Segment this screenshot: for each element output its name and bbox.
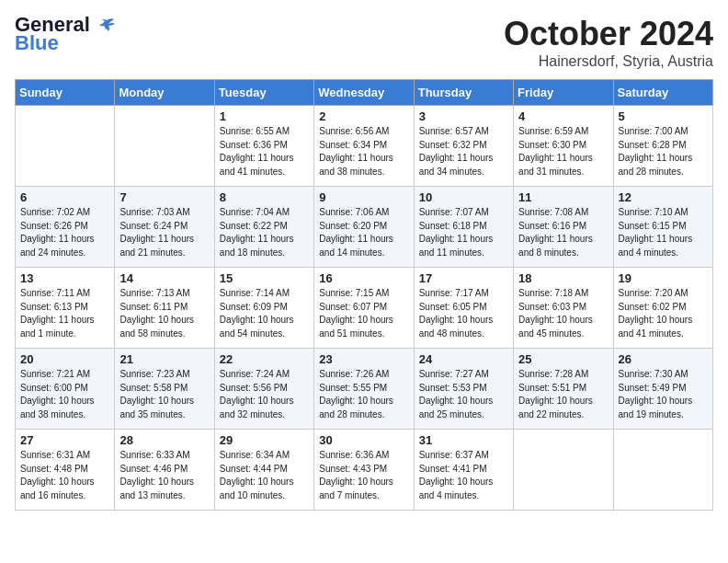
page-header: General Blue October 2024 Hainersdorf, S… <box>15 15 713 70</box>
day-number: 25 <box>518 352 608 366</box>
calendar-cell: 29Sunrise: 6:34 AMSunset: 4:44 PMDayligh… <box>214 430 313 511</box>
day-info: Sunrise: 7:30 AMSunset: 5:49 PMDaylight:… <box>619 368 708 421</box>
day-info: Sunrise: 6:36 AMSunset: 4:43 PMDaylight:… <box>319 449 408 502</box>
logo: General Blue <box>15 15 116 55</box>
calendar-cell: 11Sunrise: 7:08 AMSunset: 6:16 PMDayligh… <box>514 187 613 268</box>
day-info: Sunrise: 7:03 AMSunset: 6:24 PMDaylight:… <box>119 206 209 259</box>
day-number: 2 <box>319 109 408 123</box>
calendar-cell: 7Sunrise: 7:03 AMSunset: 6:24 PMDaylight… <box>115 187 214 268</box>
calendar-cell: 21Sunrise: 7:23 AMSunset: 5:58 PMDayligh… <box>115 349 214 430</box>
day-info: Sunrise: 6:33 AMSunset: 4:46 PMDaylight:… <box>119 449 209 502</box>
calendar-cell: 13Sunrise: 7:11 AMSunset: 6:13 PMDayligh… <box>16 268 115 349</box>
day-number: 5 <box>619 109 708 123</box>
day-info: Sunrise: 7:28 AMSunset: 5:51 PMDaylight:… <box>518 368 608 421</box>
day-number: 30 <box>319 433 408 447</box>
day-info: Sunrise: 6:34 AMSunset: 4:44 PMDaylight:… <box>220 449 309 502</box>
day-info: Sunrise: 7:13 AMSunset: 6:11 PMDaylight:… <box>119 287 209 340</box>
calendar-cell: 4Sunrise: 6:59 AMSunset: 6:30 PMDaylight… <box>514 106 613 187</box>
day-number: 24 <box>419 352 508 366</box>
calendar-cell: 16Sunrise: 7:15 AMSunset: 6:07 PMDayligh… <box>314 268 414 349</box>
day-number: 27 <box>20 433 109 447</box>
day-number: 10 <box>419 190 508 204</box>
calendar-cell: 19Sunrise: 7:20 AMSunset: 6:02 PMDayligh… <box>613 268 712 349</box>
day-info: Sunrise: 7:18 AMSunset: 6:03 PMDaylight:… <box>518 287 608 340</box>
calendar-cell: 3Sunrise: 6:57 AMSunset: 6:32 PMDaylight… <box>414 106 513 187</box>
calendar-cell: 22Sunrise: 7:24 AMSunset: 5:56 PMDayligh… <box>214 349 313 430</box>
day-info: Sunrise: 6:56 AMSunset: 6:34 PMDaylight:… <box>319 125 408 178</box>
day-number: 13 <box>20 271 109 285</box>
day-info: Sunrise: 7:06 AMSunset: 6:20 PMDaylight:… <box>319 206 408 259</box>
day-info: Sunrise: 6:55 AMSunset: 6:36 PMDaylight:… <box>220 125 309 178</box>
day-number: 26 <box>619 352 708 366</box>
day-info: Sunrise: 7:23 AMSunset: 5:58 PMDaylight:… <box>119 368 209 421</box>
day-number: 23 <box>319 352 408 366</box>
calendar-cell: 26Sunrise: 7:30 AMSunset: 5:49 PMDayligh… <box>613 349 712 430</box>
calendar-cell: 14Sunrise: 7:13 AMSunset: 6:11 PMDayligh… <box>115 268 214 349</box>
day-info: Sunrise: 7:24 AMSunset: 5:56 PMDaylight:… <box>220 368 309 421</box>
day-number: 28 <box>119 433 209 447</box>
calendar-cell: 27Sunrise: 6:31 AMSunset: 4:48 PMDayligh… <box>16 430 115 511</box>
calendar-cell: 20Sunrise: 7:21 AMSunset: 6:00 PMDayligh… <box>16 349 115 430</box>
day-info: Sunrise: 7:02 AMSunset: 6:26 PMDaylight:… <box>20 206 109 259</box>
day-info: Sunrise: 7:15 AMSunset: 6:07 PMDaylight:… <box>319 287 408 340</box>
weekday-header-friday: Friday <box>514 80 613 106</box>
calendar-cell <box>16 106 115 187</box>
day-info: Sunrise: 6:37 AMSunset: 4:41 PMDaylight:… <box>419 449 508 502</box>
day-number: 1 <box>220 109 309 123</box>
day-info: Sunrise: 7:27 AMSunset: 5:53 PMDaylight:… <box>419 368 508 421</box>
calendar-cell: 6Sunrise: 7:02 AMSunset: 6:26 PMDaylight… <box>16 187 115 268</box>
title-block: October 2024 Hainersdorf, Styria, Austri… <box>504 15 713 70</box>
calendar-cell: 8Sunrise: 7:04 AMSunset: 6:22 PMDaylight… <box>214 187 313 268</box>
week-row-1: 1Sunrise: 6:55 AMSunset: 6:36 PMDaylight… <box>16 106 713 187</box>
calendar-cell: 30Sunrise: 6:36 AMSunset: 4:43 PMDayligh… <box>314 430 414 511</box>
calendar-cell <box>115 106 214 187</box>
week-row-5: 27Sunrise: 6:31 AMSunset: 4:48 PMDayligh… <box>16 430 713 511</box>
day-info: Sunrise: 7:00 AMSunset: 6:28 PMDaylight:… <box>619 125 708 178</box>
day-info: Sunrise: 7:10 AMSunset: 6:15 PMDaylight:… <box>619 206 708 259</box>
day-info: Sunrise: 7:20 AMSunset: 6:02 PMDaylight:… <box>619 287 708 340</box>
calendar-cell: 17Sunrise: 7:17 AMSunset: 6:05 PMDayligh… <box>414 268 513 349</box>
day-info: Sunrise: 7:07 AMSunset: 6:18 PMDaylight:… <box>419 206 508 259</box>
calendar-cell: 9Sunrise: 7:06 AMSunset: 6:20 PMDaylight… <box>314 187 414 268</box>
week-row-3: 13Sunrise: 7:11 AMSunset: 6:13 PMDayligh… <box>16 268 713 349</box>
week-row-2: 6Sunrise: 7:02 AMSunset: 6:26 PMDaylight… <box>16 187 713 268</box>
calendar-cell: 31Sunrise: 6:37 AMSunset: 4:41 PMDayligh… <box>414 430 513 511</box>
day-number: 31 <box>419 433 508 447</box>
weekday-header-row: SundayMondayTuesdayWednesdayThursdayFrid… <box>16 80 713 106</box>
day-number: 6 <box>20 190 109 204</box>
day-info: Sunrise: 7:11 AMSunset: 6:13 PMDaylight:… <box>20 287 109 340</box>
week-row-4: 20Sunrise: 7:21 AMSunset: 6:00 PMDayligh… <box>16 349 713 430</box>
day-number: 3 <box>419 109 508 123</box>
day-number: 12 <box>619 190 708 204</box>
day-info: Sunrise: 7:08 AMSunset: 6:16 PMDaylight:… <box>518 206 608 259</box>
weekday-header-tuesday: Tuesday <box>214 80 313 106</box>
weekday-header-saturday: Saturday <box>613 80 712 106</box>
calendar-cell: 5Sunrise: 7:00 AMSunset: 6:28 PMDaylight… <box>613 106 712 187</box>
day-number: 17 <box>419 271 508 285</box>
calendar-cell: 18Sunrise: 7:18 AMSunset: 6:03 PMDayligh… <box>514 268 613 349</box>
calendar-cell: 24Sunrise: 7:27 AMSunset: 5:53 PMDayligh… <box>414 349 513 430</box>
day-info: Sunrise: 7:17 AMSunset: 6:05 PMDaylight:… <box>419 287 508 340</box>
weekday-header-wednesday: Wednesday <box>314 80 414 106</box>
calendar-cell: 10Sunrise: 7:07 AMSunset: 6:18 PMDayligh… <box>414 187 513 268</box>
calendar-cell: 28Sunrise: 6:33 AMSunset: 4:46 PMDayligh… <box>115 430 214 511</box>
day-number: 9 <box>319 190 408 204</box>
day-info: Sunrise: 7:21 AMSunset: 6:00 PMDaylight:… <box>20 368 109 421</box>
day-info: Sunrise: 6:59 AMSunset: 6:30 PMDaylight:… <box>518 125 608 178</box>
day-info: Sunrise: 7:04 AMSunset: 6:22 PMDaylight:… <box>220 206 309 259</box>
calendar-cell <box>514 430 613 511</box>
day-number: 18 <box>518 271 608 285</box>
weekday-header-sunday: Sunday <box>16 80 115 106</box>
calendar-table: SundayMondayTuesdayWednesdayThursdayFrid… <box>15 79 713 511</box>
day-info: Sunrise: 7:14 AMSunset: 6:09 PMDaylight:… <box>220 287 309 340</box>
day-info: Sunrise: 6:31 AMSunset: 4:48 PMDaylight:… <box>20 449 109 502</box>
day-number: 21 <box>119 352 209 366</box>
logo-bird-icon <box>97 17 116 35</box>
day-info: Sunrise: 6:57 AMSunset: 6:32 PMDaylight:… <box>419 125 508 178</box>
month-title: October 2024 <box>504 15 713 53</box>
day-number: 7 <box>119 190 209 204</box>
calendar-cell: 25Sunrise: 7:28 AMSunset: 5:51 PMDayligh… <box>514 349 613 430</box>
weekday-header-monday: Monday <box>115 80 214 106</box>
day-number: 15 <box>220 271 309 285</box>
day-number: 11 <box>518 190 608 204</box>
